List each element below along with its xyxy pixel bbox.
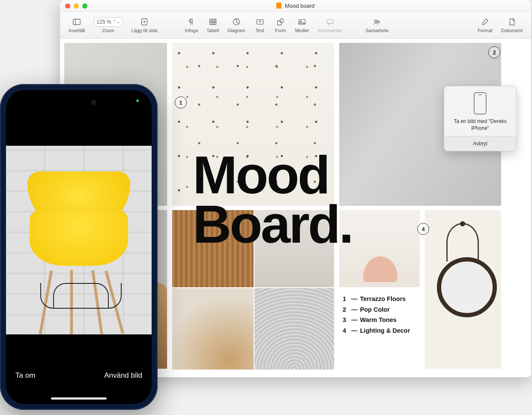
svg-point-17 [375, 20, 377, 22]
collaborate-label: Samarbeta [365, 28, 389, 33]
legend-row: 3—Warm Tones [343, 315, 410, 325]
media-icon [297, 17, 307, 27]
media-label: Medier [295, 28, 310, 33]
window-controls [65, 3, 87, 9]
chart-button[interactable]: Diagram [224, 15, 249, 35]
zoom-label: Zoom [102, 28, 114, 33]
textbox-icon [255, 17, 265, 27]
legend[interactable]: 1—Terrazzo Floors 2—Pop Color 3—Warm Ton… [343, 294, 410, 336]
view-button[interactable]: Innehåll [65, 15, 89, 35]
table-button[interactable]: Tabell [203, 15, 222, 35]
popover-message: Ta en bild med "Dereks iPhone" [444, 118, 516, 136]
svg-rect-0 [73, 19, 81, 25]
camera-indicator-dot [136, 99, 139, 102]
text-label: Text [256, 28, 264, 33]
collaborate-button[interactable]: Samarbeta [362, 15, 392, 35]
callout-2[interactable]: 2 [488, 46, 500, 58]
camera-bottom-bar: Ta om Använd bild [6, 352, 152, 404]
titlebar: Mood board [60, 0, 531, 12]
iphone-device: Ta om Använd bild [0, 84, 158, 410]
continuity-camera-popover: Ta en bild med "Dereks iPhone" Avbryt [444, 86, 517, 151]
moodboard-image-plaster[interactable] [254, 210, 334, 287]
collaborate-icon [372, 17, 382, 27]
dynamic-island [55, 96, 102, 109]
photo-chair-seat [30, 210, 128, 266]
comment-label: Kommentar [318, 28, 342, 33]
callout-4[interactable]: 4 [417, 223, 429, 235]
use-photo-button[interactable]: Använd bild [104, 371, 142, 380]
svg-point-15 [300, 21, 302, 22]
chart-label: Diagram [227, 28, 245, 33]
document-button[interactable]: Dokument [498, 15, 526, 35]
format-label: Format [478, 28, 493, 33]
zoom-value: 125 % [97, 19, 111, 25]
moodboard-image-fur[interactable] [254, 288, 334, 370]
document-icon [507, 17, 517, 27]
table-label: Tabell [206, 28, 219, 33]
moodboard-image-leather[interactable] [172, 288, 254, 370]
home-indicator[interactable] [51, 397, 107, 400]
comment-icon [326, 17, 335, 27]
shape-button[interactable]: Form [271, 15, 290, 35]
legend-row: 4—Lighting & Decor [343, 325, 410, 336]
moodboard-image-terrazzo[interactable] [172, 43, 334, 206]
add-page-button[interactable]: Lägg till sida [128, 15, 161, 35]
window-title: Mood board [60, 3, 531, 9]
add-page-label: Lägg till sida [132, 28, 158, 33]
minimize-window-button[interactable] [74, 3, 79, 9]
legend-row: 1—Terrazzo Floors [343, 294, 410, 304]
sidebar-icon [72, 17, 81, 27]
svg-point-13 [280, 19, 284, 23]
document-label: Dokument [501, 28, 523, 33]
comment-button: Kommentar [314, 15, 346, 35]
paintbrush-icon [480, 17, 490, 27]
moodboard-image-lamp[interactable] [339, 210, 420, 287]
close-window-button[interactable] [65, 3, 70, 9]
toolbar: Innehåll 125 % ⌃⌄ Zoom Lägg till sida In… [60, 12, 531, 39]
legend-row: 2—Pop Color [343, 304, 410, 315]
fullscreen-window-button[interactable] [82, 3, 87, 9]
popover-cancel-button[interactable]: Avbryt [444, 136, 516, 151]
svg-point-18 [377, 21, 380, 23]
table-icon [208, 17, 218, 27]
chevron-updown-icon: ⌃⌄ [113, 20, 120, 24]
svg-rect-16 [327, 20, 333, 24]
moodboard-image-wood[interactable] [172, 210, 254, 287]
piechart-icon [232, 17, 241, 27]
window-title-text: Mood board [285, 3, 314, 9]
svg-rect-12 [277, 21, 281, 25]
text-button[interactable]: Text [251, 15, 269, 35]
shape-label: Form [275, 28, 286, 33]
document-icon [276, 3, 281, 9]
zoom-select[interactable]: 125 % ⌃⌄ [94, 17, 123, 27]
plus-page-icon [140, 17, 149, 27]
media-button[interactable]: Medier [292, 15, 313, 35]
shape-icon [276, 17, 285, 27]
svg-rect-5 [209, 19, 216, 25]
pilcrow-icon [187, 17, 196, 27]
iphone-screen: Ta om Använd bild [6, 90, 152, 404]
format-button[interactable]: Format [474, 15, 496, 35]
insert-button[interactable]: Infoga [182, 15, 202, 35]
view-button-label: Innehåll [69, 28, 85, 33]
retake-button[interactable]: Ta om [15, 371, 35, 380]
moodboard-image-mirror[interactable] [425, 210, 501, 369]
insert-label: Infoga [185, 28, 198, 33]
callout-1[interactable]: 1 [175, 96, 187, 108]
zoom-control[interactable]: 125 % ⌃⌄ Zoom [90, 15, 126, 35]
iphone-outline-icon [474, 92, 487, 114]
camera-photo-preview[interactable] [6, 146, 152, 334]
